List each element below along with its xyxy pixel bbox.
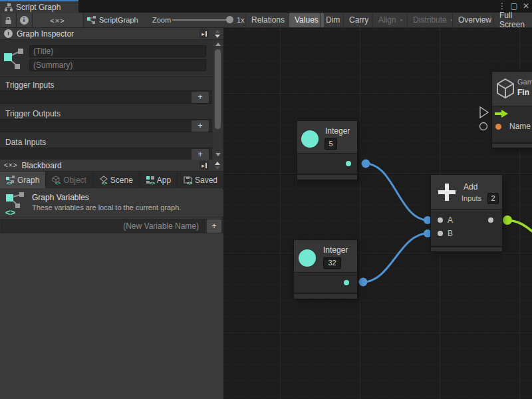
node-integer-32[interactable]: Integer 32 [294, 240, 357, 299]
add-trigger-input-button[interactable]: + [192, 92, 209, 103]
scriptgraph-icon [87, 16, 96, 25]
code-view-button[interactable]: <×> [33, 13, 82, 27]
graph-variables-title: Graph Variables [32, 193, 89, 202]
blackboard-tabs: <> Graph <> Object <> Scene [0, 172, 223, 188]
lock-button[interactable] [1, 13, 15, 27]
info-button[interactable]: i [17, 13, 31, 27]
trigger-inputs-label: Trigger Inputs [5, 80, 55, 90]
data-inputs-label: Data Inputs [5, 138, 46, 147]
plus-icon [437, 182, 457, 202]
carried-trigger-icon [480, 107, 488, 118]
values-button[interactable]: Values [289, 13, 324, 27]
tab-object[interactable]: <> Object [46, 172, 93, 188]
window-maximize-icon[interactable]: ▢ [509, 1, 519, 11]
node-add[interactable]: Add Inputs 2 A B [431, 175, 502, 251]
overview-button[interactable]: Overview [452, 13, 497, 27]
node-find[interactable]: Gam Fin Name [492, 72, 532, 148]
dim-button[interactable]: Dim [320, 13, 345, 27]
distribute-dropdown[interactable]: Distribute ▼ [407, 13, 460, 27]
scene-tab-icon: <> [99, 176, 108, 185]
graph-variables-icon: <> [5, 192, 27, 216]
wire-endpoint [362, 160, 370, 168]
wire-add-output [507, 220, 532, 232]
zoom-label: Zoom [152, 16, 171, 24]
zoom-slider-handle[interactable] [226, 16, 233, 23]
scrollbar-thumb[interactable] [215, 49, 221, 129]
trigger-outputs-bar: + [0, 119, 212, 132]
panel-expand-icon[interactable]: ▸ [200, 161, 209, 170]
wire-endpoint [503, 215, 512, 225]
zoom-value: 1x [237, 16, 245, 24]
svg-text:<>: <> [7, 181, 12, 185]
data-inputs-bar: + [0, 148, 212, 161]
window-menu-icon[interactable]: ⋮ [497, 1, 507, 11]
scroll-down-icon[interactable] [215, 153, 221, 156]
window-close-icon[interactable]: ✕ [521, 1, 531, 11]
app-tab-icon: <> [146, 176, 155, 185]
toolbar: i <×> ScriptGraph Zoom 1x Relations Valu… [0, 13, 532, 28]
svg-text:<>: <> [150, 181, 155, 185]
input-port-name[interactable] [495, 124, 501, 130]
object-tab-icon: <> [52, 176, 61, 185]
new-variable-input[interactable] [1, 219, 205, 233]
scroll-down-icon[interactable] [215, 166, 220, 170]
side-panel: i Graph Inspector ▸ Trigger Inputs + Tri… [0, 28, 223, 399]
input-port-a[interactable] [438, 217, 443, 223]
scroll-up-icon[interactable] [215, 162, 220, 165]
blackboard-empty-area [0, 233, 223, 399]
graph-variables-block: <> Graph Variables These variables are l… [0, 190, 223, 217]
integer-value-field[interactable]: 5 [325, 138, 337, 150]
graph-inspector-header: i Graph Inspector ▸ [0, 28, 223, 40]
panel-expand-icon[interactable]: ▸ [200, 29, 209, 38]
svg-text:<>: <> [55, 181, 61, 185]
script-graph-window: Script Graph ⋮ ▢ ✕ i <×> ScriptGraph Zoo… [0, 0, 532, 399]
lock-icon [5, 17, 12, 25]
svg-text:<>: <> [102, 181, 107, 185]
output-port[interactable] [488, 217, 493, 223]
fullscreen-button[interactable]: Full Screen [493, 13, 532, 27]
inspector-scrollbar[interactable] [213, 40, 223, 160]
carried-port-icon [480, 123, 487, 130]
graph-tab-icon: <> [6, 176, 15, 185]
node-integer-5[interactable]: Integer 5 [297, 121, 357, 180]
tab-title: Script Graph [16, 3, 61, 12]
input-port-b[interactable] [438, 231, 443, 236]
new-variable-row: + [0, 219, 223, 233]
add-data-input-button[interactable]: + [192, 149, 209, 160]
graph-canvas[interactable]: Integer 5 Integer 32 Add Inputs [223, 28, 532, 399]
carry-button[interactable]: Carry [343, 13, 374, 27]
graph-name-label: ScriptGraph [99, 16, 138, 24]
scroll-up-icon[interactable] [215, 43, 221, 46]
tab-app[interactable]: <> App [140, 172, 178, 188]
tab-graph[interactable]: <> Graph [0, 172, 46, 188]
trigger-arrow-icon[interactable] [494, 110, 508, 118]
integer-value-field[interactable]: 32 [323, 257, 341, 269]
tab-script-graph[interactable]: Script Graph [0, 0, 78, 13]
output-port[interactable] [346, 161, 351, 166]
add-inputs-count-field[interactable]: 2 [487, 193, 499, 204]
svg-text:<>: <> [187, 181, 192, 185]
add-trigger-output-button[interactable]: + [192, 120, 209, 132]
align-dropdown[interactable]: Align ▼ [372, 13, 409, 27]
relations-button[interactable]: Relations [245, 13, 290, 27]
trigger-outputs-label: Trigger Outputs [5, 109, 61, 118]
blackboard-icon: <×> [4, 162, 18, 169]
add-variable-button[interactable]: + [207, 219, 221, 233]
title-field[interactable] [29, 45, 206, 57]
zoom-slider-track[interactable] [172, 19, 233, 21]
info-icon: i [20, 16, 29, 25]
scroll-up-icon[interactable] [215, 30, 220, 33]
inspector-title: Graph Inspector [17, 29, 74, 39]
summary-field[interactable] [29, 59, 206, 71]
output-port[interactable] [344, 280, 349, 285]
integer-icon [299, 249, 316, 267]
scroll-down-icon[interactable] [215, 35, 220, 38]
graph-variables-description: These variables are local to the current… [32, 203, 181, 211]
svg-text:<>: <> [5, 207, 16, 216]
inspector-content: Trigger Inputs + Trigger Outputs + Data … [0, 40, 223, 160]
game-object-cube-icon [496, 78, 515, 100]
wire-endpoint [359, 278, 368, 287]
tab-saved[interactable]: <> Saved [178, 172, 223, 188]
tab-scene[interactable]: <> Scene [93, 172, 140, 188]
info-icon: i [4, 29, 13, 38]
